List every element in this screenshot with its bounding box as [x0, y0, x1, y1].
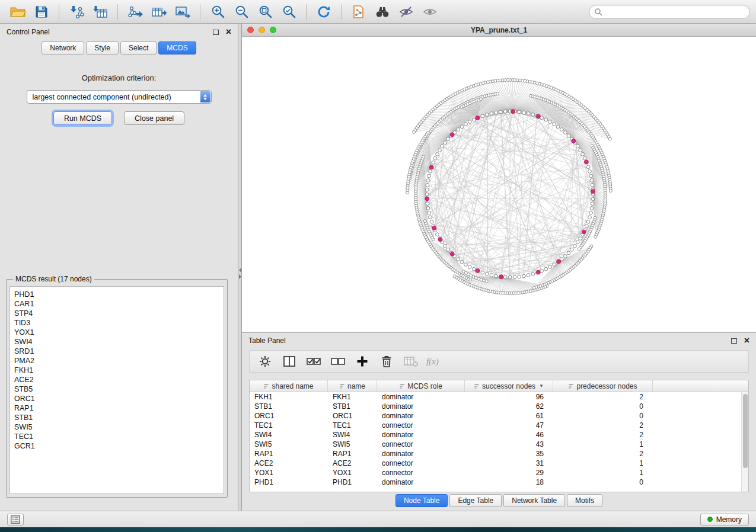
- close-panel-icon[interactable]: ×: [226, 27, 231, 37]
- table-cell[interactable]: 96: [465, 393, 553, 401]
- table-cell[interactable]: STB1: [250, 402, 328, 411]
- mcds-result-item[interactable]: PHD1: [14, 290, 219, 299]
- close-mcds-panel-button[interactable]: Close panel: [124, 111, 184, 125]
- criterion-dropdown[interactable]: largest connected component (undirected): [27, 90, 212, 104]
- table-cell[interactable]: 62: [465, 402, 553, 411]
- tab-network-table[interactable]: Network Table: [503, 494, 565, 507]
- table-cell[interactable]: FKH1: [328, 393, 377, 401]
- table-cell[interactable]: 2: [553, 421, 653, 430]
- table-cell[interactable]: connector: [377, 459, 465, 467]
- column-header-predecessor-nodes[interactable]: predecessor nodes: [553, 380, 653, 392]
- mcds-result-item[interactable]: STB5: [14, 384, 219, 394]
- table-cell[interactable]: 0: [553, 402, 653, 411]
- table-cell[interactable]: YOX1: [250, 469, 328, 477]
- table-row[interactable]: ACE2ACE2connector311: [250, 459, 748, 468]
- table-cell[interactable]: STB1: [328, 402, 377, 411]
- run-mcds-button[interactable]: Run MCDS: [53, 111, 112, 125]
- table-cell[interactable]: connector: [377, 469, 465, 477]
- import-network-button[interactable]: [66, 2, 87, 21]
- table-cell[interactable]: dominator: [377, 393, 465, 401]
- table-cell[interactable]: ORC1: [328, 412, 377, 420]
- mcds-result-item[interactable]: RAP1: [14, 403, 219, 413]
- table-cell[interactable]: TEC1: [250, 421, 328, 430]
- table-cell[interactable]: SWI4: [328, 431, 377, 439]
- float-table-panel-icon[interactable]: [731, 338, 737, 344]
- table-cell[interactable]: ACE2: [250, 459, 328, 467]
- table-cell[interactable]: dominator: [377, 478, 465, 486]
- table-cell[interactable]: 0: [553, 478, 653, 486]
- mcds-result-item[interactable]: ORC1: [14, 394, 219, 403]
- network-canvas[interactable]: [242, 37, 756, 332]
- window-minimize-button[interactable]: [259, 27, 265, 33]
- tab-style[interactable]: Style: [86, 41, 119, 55]
- show-panels-button[interactable]: [7, 514, 24, 525]
- column-header-name[interactable]: name: [328, 380, 377, 392]
- table-cell[interactable]: PHD1: [250, 478, 328, 486]
- table-cell[interactable]: dominator: [377, 402, 465, 411]
- show-columns-button[interactable]: [279, 352, 299, 370]
- mcds-result-item[interactable]: SWI5: [14, 422, 219, 432]
- mcds-result-item[interactable]: GCR1: [14, 441, 219, 451]
- table-cell[interactable]: dominator: [377, 431, 465, 439]
- table-cell[interactable]: 1: [553, 440, 653, 448]
- mcds-result-item[interactable]: STP4: [14, 309, 219, 318]
- column-header-mcds-role[interactable]: MCDS role: [377, 380, 465, 392]
- table-cell[interactable]: FKH1: [250, 393, 328, 401]
- mcds-result-item[interactable]: PMA2: [14, 356, 219, 366]
- table-cell[interactable]: TEC1: [328, 421, 377, 430]
- table-cell[interactable]: RAP1: [250, 450, 328, 458]
- table-row[interactable]: ORC1ORC1dominator610: [250, 411, 748, 421]
- mcds-result-item[interactable]: SRD1: [14, 347, 219, 356]
- window-close-button[interactable]: [247, 27, 254, 33]
- mcds-result-item[interactable]: SWI4: [14, 337, 219, 347]
- tab-motifs[interactable]: Motifs: [567, 494, 602, 507]
- table-cell[interactable]: 61: [465, 412, 553, 420]
- table-cell[interactable]: 2: [553, 450, 653, 458]
- mcds-result-item[interactable]: STB1: [14, 413, 219, 422]
- table-row[interactable]: TEC1TEC1connector472: [250, 421, 748, 430]
- table-row[interactable]: PHD1PHD1dominator180: [250, 477, 748, 487]
- window-zoom-button[interactable]: [270, 27, 276, 33]
- mcds-result-item[interactable]: TID3: [14, 318, 219, 328]
- save-session-button[interactable]: [31, 2, 52, 21]
- table-cell[interactable]: 29: [465, 469, 553, 477]
- table-cell[interactable]: PHD1: [328, 478, 377, 486]
- table-scrollbar[interactable]: [741, 392, 748, 492]
- scrollbar-thumb[interactable]: [743, 394, 748, 468]
- zoom-selected-button[interactable]: [279, 2, 299, 21]
- table-cell[interactable]: connector: [377, 440, 465, 448]
- mcds-result-item[interactable]: FKH1: [14, 366, 219, 375]
- table-cell[interactable]: 2: [553, 393, 653, 401]
- network-window-titlebar[interactable]: YPA_prune.txt_1: [242, 24, 756, 37]
- tab-node-table[interactable]: Node Table: [395, 494, 448, 507]
- import-table-button[interactable]: [90, 2, 110, 21]
- table-cell[interactable]: 18: [465, 478, 553, 486]
- mcds-result-item[interactable]: ACE2: [14, 375, 219, 384]
- zoom-in-button[interactable]: [208, 2, 228, 21]
- table-cell[interactable]: 47: [465, 421, 553, 430]
- table-cell[interactable]: 31: [465, 459, 553, 467]
- table-cell[interactable]: RAP1: [328, 450, 377, 458]
- table-cell[interactable]: YOX1: [328, 469, 377, 477]
- mcds-result-list[interactable]: PHD1CAR1STP4TID3YOX1SWI4SRD1PMA2FKH1ACE2…: [9, 286, 224, 494]
- table-cell[interactable]: 0: [553, 412, 653, 420]
- column-header-shared-name[interactable]: shared name: [250, 380, 328, 392]
- column-header-successor-nodes[interactable]: successor nodes▼: [465, 380, 553, 392]
- unselect-all-columns-button[interactable]: [328, 352, 348, 370]
- tab-network[interactable]: Network: [42, 41, 84, 55]
- table-row[interactable]: STB1STB1dominator620: [250, 402, 748, 411]
- table-row[interactable]: RAP1RAP1dominator352: [250, 449, 748, 459]
- export-table-button[interactable]: [149, 2, 169, 21]
- table-cell[interactable]: 1: [553, 469, 653, 477]
- add-column-button[interactable]: [352, 352, 372, 370]
- tab-mcds[interactable]: MCDS: [158, 41, 196, 55]
- open-session-button[interactable]: [8, 2, 28, 21]
- network-graph[interactable]: [242, 37, 756, 332]
- find-button[interactable]: [372, 2, 393, 21]
- export-image-button[interactable]: [173, 2, 193, 21]
- table-cell[interactable]: SWI5: [328, 440, 377, 448]
- close-table-panel-icon[interactable]: ×: [744, 336, 749, 345]
- table-cell[interactable]: dominator: [377, 450, 465, 458]
- table-cell[interactable]: ACE2: [328, 459, 377, 467]
- table-cell[interactable]: 35: [465, 450, 553, 458]
